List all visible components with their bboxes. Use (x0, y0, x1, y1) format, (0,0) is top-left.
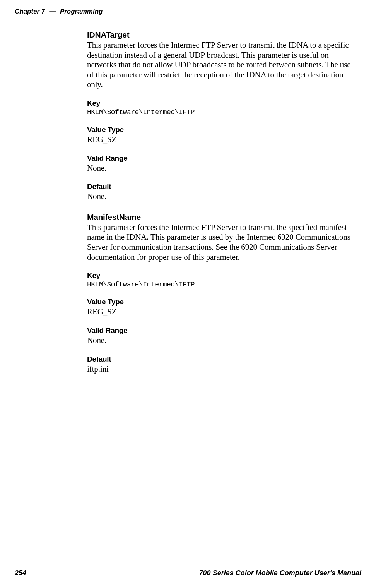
manifestname-heading: ManifestName (87, 213, 358, 222)
manifestname-key-value: HKLM\Software\Intermec\IFTP (87, 281, 358, 288)
header-title: Programming (60, 8, 103, 15)
idnatarget-default-label: Default (87, 182, 358, 191)
idnatarget-key-value: HKLM\Software\Intermec\IFTP (87, 108, 358, 116)
manifestname-default-label: Default (87, 355, 358, 363)
main-content: IDNATarget This parameter forces the Int… (87, 30, 358, 374)
manifestname-validrange-label: Valid Range (87, 326, 358, 335)
chapter-label: Chapter 7 (15, 8, 45, 15)
page-footer: 254 700 Series Color Mobile Computer Use… (15, 569, 361, 577)
idnatarget-validrange-label: Valid Range (87, 154, 358, 163)
idnatarget-key-label: Key (87, 99, 358, 108)
idnatarget-default-value: None. (87, 192, 358, 202)
page-number: 254 (15, 569, 26, 577)
manifestname-valuetype-label: Value Type (87, 298, 358, 306)
manifestname-key-label: Key (87, 271, 358, 280)
manifestname-body: This parameter forces the Intermec FTP S… (87, 223, 358, 262)
idnatarget-valuetype-value: REG_SZ (87, 135, 358, 145)
idnatarget-heading: IDNATarget (87, 30, 358, 39)
manifestname-default-value: iftp.ini (87, 364, 358, 374)
page-header: Chapter 7 — Programming (15, 8, 103, 15)
header-separator: — (49, 8, 56, 15)
manifestname-validrange-value: None. (87, 336, 358, 346)
footer-title: 700 Series Color Mobile Computer User's … (199, 569, 361, 577)
manifestname-valuetype-value: REG_SZ (87, 307, 358, 317)
idnatarget-validrange-value: None. (87, 163, 358, 173)
idnatarget-body: This parameter forces the Intermec FTP S… (87, 40, 358, 90)
idnatarget-valuetype-label: Value Type (87, 125, 358, 134)
